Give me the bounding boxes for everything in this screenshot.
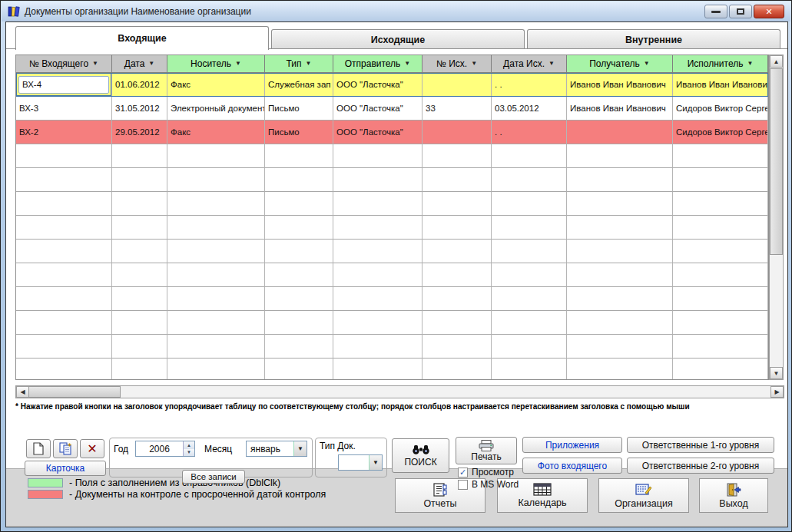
maximize-button[interactable]	[729, 5, 752, 18]
exit-button[interactable]: Выход	[699, 478, 768, 513]
sort-desc-icon	[235, 61, 241, 67]
books-app-icon	[8, 5, 20, 18]
table-row[interactable]: ВХ-4 01.06.2012 Факс Служебная зап ООО "…	[16, 73, 768, 97]
delete-x-icon: ✕	[87, 441, 97, 456]
new-document-button[interactable]	[26, 439, 51, 458]
column-header-recipient[interactable]: Получатель	[567, 55, 673, 73]
checkbox-checked-icon[interactable]: ✓	[458, 468, 468, 477]
copy-document-button[interactable]	[53, 439, 78, 458]
checkbox-unchecked-icon[interactable]	[458, 480, 468, 490]
table-header-row: № Входящего Дата Носитель Тип Отправител…	[16, 55, 768, 73]
empty-row	[16, 359, 768, 380]
sort-desc-icon	[306, 61, 312, 67]
attachments-button[interactable]: Приложения	[522, 437, 622, 453]
grid-empty-rows	[16, 144, 768, 380]
empty-row	[16, 216, 768, 240]
organization-form-icon	[635, 483, 652, 497]
client-area: Входящие Исходящие Внутренние № Входящег…	[5, 21, 788, 527]
column-header-medium[interactable]: Носитель	[167, 55, 265, 73]
dropdown-arrow-icon[interactable]	[369, 455, 382, 470]
tab-bar: Входящие Исходящие Внутренние	[6, 26, 787, 49]
focused-cell[interactable]: ВХ-4	[16, 73, 112, 97]
column-header-outgoing-no[interactable]: № Исх.	[423, 55, 492, 73]
scroll-left-icon[interactable]: ◀	[16, 386, 29, 398]
responsible-level2-button[interactable]: Ответственные 2-го уровня	[627, 458, 774, 474]
table-hint-text: * Нажатие правой кнопки на заголовок упо…	[15, 402, 784, 411]
empty-row	[16, 287, 768, 311]
exit-door-icon	[726, 483, 741, 497]
copy-icon	[59, 442, 72, 455]
month-label: Месяц	[204, 444, 232, 454]
horizontal-scroll-thumb[interactable]	[28, 386, 121, 398]
report-icon	[432, 483, 448, 497]
documents-table: № Входящего Дата Носитель Тип Отправител…	[15, 55, 769, 380]
column-header-sender[interactable]: Отправитель	[333, 55, 423, 73]
calendar-icon	[533, 483, 552, 496]
close-button[interactable]: ✕	[754, 5, 784, 18]
table-row[interactable]: ВХ-3 31.05.2012 Электронный документ Пис…	[16, 97, 768, 121]
empty-row	[16, 144, 768, 168]
sort-desc-icon	[747, 61, 753, 67]
dropdown-arrow-icon[interactable]	[293, 441, 307, 456]
red-swatch	[28, 490, 63, 499]
delete-record-button[interactable]: ✕	[80, 439, 104, 458]
sort-desc-icon	[148, 61, 154, 67]
tab-incoming[interactable]: Входящие	[15, 26, 269, 50]
empty-row	[16, 311, 768, 335]
empty-row	[16, 192, 768, 216]
doc-type-label: Тип Док.	[320, 441, 356, 451]
column-header-date[interactable]: Дата	[112, 55, 167, 73]
incoming-photo-button[interactable]: Фото входящего	[522, 458, 622, 474]
print-button[interactable]: Печать	[456, 437, 517, 464]
search-button[interactable]: ПОИСК	[392, 438, 449, 473]
binoculars-icon	[412, 444, 430, 454]
inline-cell-editor[interactable]: ВХ-4	[18, 76, 109, 94]
empty-row	[16, 240, 768, 263]
empty-row	[16, 335, 768, 359]
column-header-executor[interactable]: Исполнитель	[673, 55, 768, 73]
tab-internal[interactable]: Внутренние	[527, 29, 780, 49]
scroll-up-icon[interactable]: ▲	[770, 55, 783, 68]
vertical-scroll-thumb[interactable]	[770, 68, 783, 255]
tab-outgoing[interactable]: Исходящие	[271, 29, 525, 49]
legend-red-row: - Документы на контроле с просроченной д…	[28, 489, 326, 500]
table-row[interactable]: ВХ-2 29.05.2012 Факс Письмо ООО "Ласточк…	[16, 121, 768, 144]
card-button[interactable]: Карточка	[25, 461, 106, 476]
msword-checkbox[interactable]: В MS Word	[458, 479, 519, 490]
preview-checkbox[interactable]: ✓ Просмотр	[458, 467, 514, 477]
spinner-arrows-icon[interactable]: ▲▼	[183, 441, 194, 456]
controls-strip: ✕ Карточка Год 2006 ▲▼ Месяц январь Все …	[6, 415, 788, 469]
title-bar: Документы организации Наименование орган…	[2, 2, 790, 21]
empty-row	[16, 168, 768, 192]
tab-page-incoming: № Входящего Дата Носитель Тип Отправител…	[6, 48, 788, 468]
doc-type-select[interactable]	[338, 454, 383, 471]
sort-desc-icon	[548, 61, 555, 67]
vertical-scrollbar[interactable]: ▲ ▼	[769, 55, 784, 380]
responsible-level1-button[interactable]: Ответственные 1-го уровня	[627, 437, 774, 453]
window-title: Документы организации Наименование орган…	[25, 6, 251, 17]
sort-desc-icon	[92, 61, 98, 67]
scroll-down-icon[interactable]: ▼	[770, 367, 783, 379]
column-header-outgoing-date[interactable]: Дата Исх.	[492, 55, 567, 73]
year-spinner[interactable]: 2006 ▲▼	[135, 441, 195, 457]
column-header-incoming-no[interactable]: № Входящего	[16, 55, 112, 73]
organization-button[interactable]: Организация	[598, 478, 689, 513]
sort-desc-icon	[644, 61, 650, 67]
sort-desc-icon	[404, 61, 410, 67]
year-label: Год	[114, 444, 128, 454]
app-window: Документы организации Наименование орган…	[0, 0, 792, 532]
minimize-button[interactable]	[704, 5, 727, 18]
column-header-type[interactable]: Тип	[265, 55, 333, 73]
sort-desc-icon	[471, 61, 477, 67]
green-swatch	[28, 478, 63, 487]
new-page-icon	[33, 442, 44, 455]
printer-icon	[479, 440, 494, 451]
month-select[interactable]: январь	[246, 441, 307, 457]
scroll-right-icon[interactable]: ▶	[770, 386, 784, 398]
empty-row	[16, 263, 768, 287]
all-records-button[interactable]: Все записи	[182, 470, 245, 484]
horizontal-scrollbar[interactable]: ◀ ▶	[15, 385, 784, 398]
